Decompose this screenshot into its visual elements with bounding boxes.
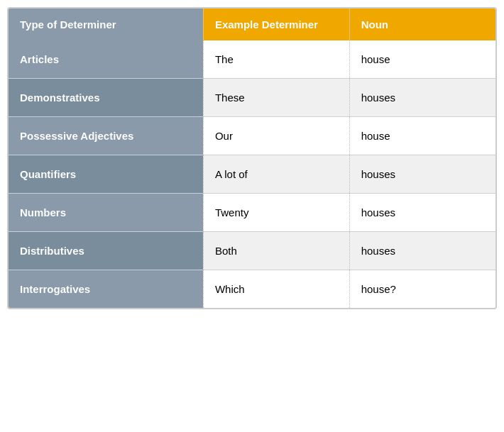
cell-noun: houses [349, 155, 495, 194]
header-noun: Noun [349, 9, 495, 40]
table-row: QuantifiersA lot ofhouses [9, 155, 495, 194]
cell-noun: house? [349, 270, 495, 309]
cell-type: Interrogatives [9, 270, 203, 309]
cell-noun: house [349, 117, 495, 155]
cell-example: Both [203, 232, 349, 270]
cell-example: Which [203, 270, 349, 309]
table-row: NumbersTwentyhouses [9, 194, 495, 232]
cell-noun: houses [349, 194, 495, 232]
cell-example: Our [203, 117, 349, 155]
table-header-row: Type of Determiner Example Determiner No… [9, 9, 495, 40]
cell-noun: houses [349, 232, 495, 270]
cell-example: The [203, 40, 349, 79]
determiner-table-wrapper: Type of Determiner Example Determiner No… [7, 7, 497, 309]
cell-type: Numbers [9, 194, 203, 232]
table-row: DistributivesBothhouses [9, 232, 495, 270]
table-row: ArticlesThehouse [9, 40, 495, 79]
table-row: DemonstrativesThesehouses [9, 79, 495, 117]
determiner-table: Type of Determiner Example Determiner No… [9, 9, 495, 308]
cell-noun: houses [349, 79, 495, 117]
table-row: InterrogativesWhichhouse? [9, 270, 495, 309]
cell-type: Possessive Adjectives [9, 117, 203, 155]
cell-type: Quantifiers [9, 155, 203, 194]
cell-type: Distributives [9, 232, 203, 270]
table-row: Possessive AdjectivesOurhouse [9, 117, 495, 155]
cell-type: Demonstratives [9, 79, 203, 117]
cell-noun: house [349, 40, 495, 79]
cell-example: These [203, 79, 349, 117]
cell-type: Articles [9, 40, 203, 79]
header-example: Example Determiner [203, 9, 349, 40]
header-type: Type of Determiner [9, 9, 203, 40]
cell-example: Twenty [203, 194, 349, 232]
cell-example: A lot of [203, 155, 349, 194]
